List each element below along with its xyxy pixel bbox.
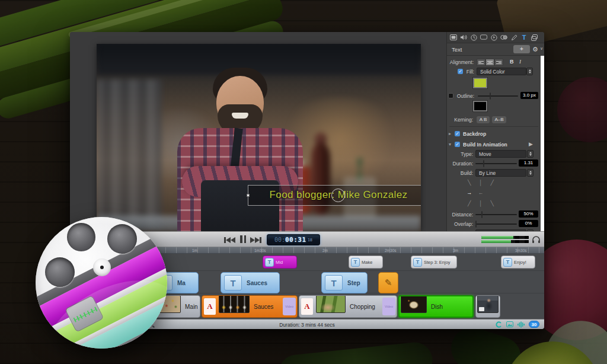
- vignette: [0, 0, 607, 364]
